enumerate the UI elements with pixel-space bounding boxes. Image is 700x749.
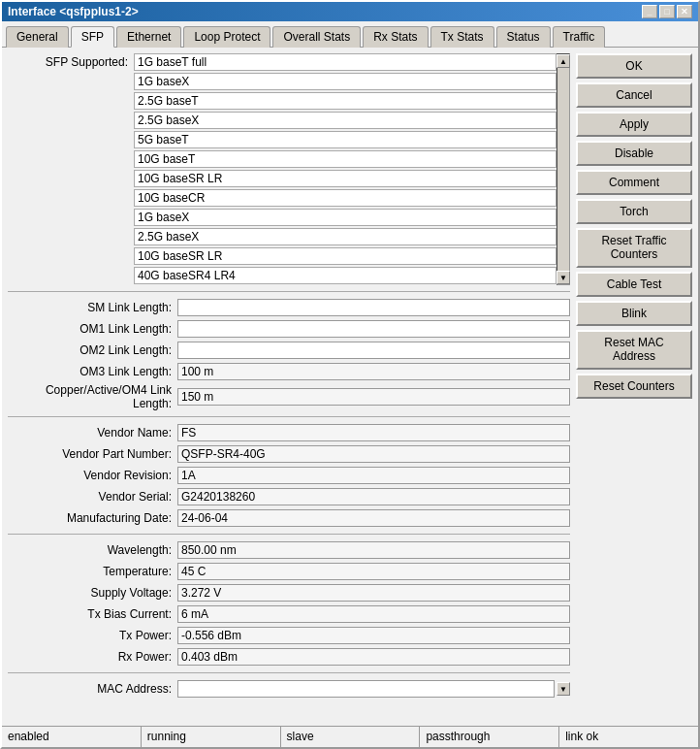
tab-loop-protect[interactable]: Loop Protect bbox=[183, 26, 270, 48]
side-buttons: OK Cancel Apply Disable Comment Torch Re… bbox=[576, 53, 692, 720]
vendor-name-label: Vendor Name: bbox=[8, 426, 177, 440]
om2-link-length-row: OM2 Link Length: bbox=[8, 341, 570, 360]
content-area: SFP Supported: 1G baseT full 1G baseX 2.… bbox=[2, 48, 698, 726]
supply-voltage-label: Supply Voltage: bbox=[8, 586, 177, 600]
vendor-serial-label: Vendor Serial: bbox=[8, 490, 177, 504]
om3-link-length-label: OM3 Link Length: bbox=[8, 365, 177, 378]
tab-rx-stats[interactable]: Rx Stats bbox=[363, 26, 428, 48]
copper-link-length-label: Copper/Active/OM4 Link Length: bbox=[8, 383, 177, 410]
maximize-button[interactable]: □ bbox=[659, 5, 675, 18]
reset-traffic-button[interactable]: Reset Traffic Counters bbox=[576, 228, 692, 268]
vendor-name-row: Vendor Name: bbox=[8, 423, 570, 442]
rx-power-row: Rx Power: bbox=[8, 647, 570, 667]
tx-power-input[interactable] bbox=[177, 627, 570, 644]
blink-button[interactable]: Blink bbox=[576, 301, 692, 326]
list-item: 10G baseT bbox=[134, 150, 557, 168]
main-panel: SFP Supported: 1G baseT full 1G baseX 2.… bbox=[8, 53, 570, 720]
tab-general[interactable]: General bbox=[6, 26, 69, 48]
vendor-name-input[interactable] bbox=[177, 424, 570, 441]
mac-scroll-button[interactable]: ▼ bbox=[557, 682, 570, 696]
comment-button[interactable]: Comment bbox=[576, 170, 692, 195]
copper-link-length-input[interactable] bbox=[177, 388, 570, 406]
list-item: 5G baseT bbox=[134, 131, 557, 148]
tx-bias-input[interactable] bbox=[177, 605, 570, 623]
rx-power-label: Rx Power: bbox=[8, 650, 177, 664]
tx-bias-row: Tx Bias Current: bbox=[8, 604, 570, 624]
status-enabled: enabled bbox=[2, 727, 142, 747]
vendor-revision-row: Vendor Revision: bbox=[8, 466, 570, 485]
om1-link-length-input[interactable] bbox=[177, 320, 570, 338]
sm-link-length-input[interactable] bbox=[177, 299, 570, 316]
cable-test-button[interactable]: Cable Test bbox=[576, 272, 692, 297]
scroll-up-button[interactable]: ▲ bbox=[557, 54, 570, 68]
title-bar-buttons: _ □ ✕ bbox=[642, 5, 692, 18]
list-item: 40G baseSR4 LR4 bbox=[134, 267, 557, 284]
divider-4 bbox=[8, 672, 570, 673]
supply-voltage-input[interactable] bbox=[177, 584, 570, 602]
om1-link-length-row: OM1 Link Length: bbox=[8, 319, 570, 339]
list-item: 10G baseSR LR bbox=[134, 247, 557, 265]
temperature-label: Temperature: bbox=[8, 565, 177, 578]
main-window: Interface <qsfpplus1-2> _ □ ✕ General SF… bbox=[0, 0, 700, 749]
vendor-revision-label: Vendor Revision: bbox=[8, 469, 177, 482]
minimize-button[interactable]: _ bbox=[642, 5, 657, 18]
mfg-date-input[interactable] bbox=[177, 509, 570, 527]
tab-ethernet[interactable]: Ethernet bbox=[116, 26, 181, 48]
supported-items-list: 1G baseT full 1G baseX 2.5G baseT 2.5G b… bbox=[134, 53, 557, 285]
status-running: running bbox=[142, 727, 281, 747]
divider-2 bbox=[8, 416, 570, 417]
om2-link-length-input[interactable] bbox=[177, 342, 570, 359]
vendor-serial-input[interactable] bbox=[177, 488, 570, 505]
wavelength-input[interactable] bbox=[177, 541, 570, 559]
tab-bar: General SFP Ethernet Loop Protect Overal… bbox=[2, 21, 698, 48]
list-item: 2.5G baseT bbox=[134, 92, 557, 110]
vendor-part-label: Vendor Part Number: bbox=[8, 447, 177, 461]
mac-address-input[interactable] bbox=[177, 680, 555, 698]
om3-link-length-row: OM3 Link Length: bbox=[8, 362, 570, 381]
reset-mac-button[interactable]: Reset MAC Address bbox=[576, 330, 692, 370]
status-bar: enabled running slave passthrough link o… bbox=[2, 726, 698, 747]
mac-address-row: MAC Address: ▼ bbox=[8, 679, 570, 699]
list-item: 10G baseCR bbox=[134, 189, 557, 207]
wavelength-label: Wavelength: bbox=[8, 543, 177, 557]
tab-status[interactable]: Status bbox=[496, 26, 551, 48]
mfg-date-row: Manufacturing Date: bbox=[8, 508, 570, 528]
temperature-input[interactable] bbox=[177, 563, 570, 580]
list-item: 10G baseSR LR bbox=[134, 170, 557, 187]
reset-counters-button[interactable]: Reset Counters bbox=[576, 374, 692, 399]
wavelength-row: Wavelength: bbox=[8, 540, 570, 560]
apply-button[interactable]: Apply bbox=[576, 112, 692, 137]
status-passthrough: passthrough bbox=[420, 727, 559, 747]
torch-button[interactable]: Torch bbox=[576, 199, 692, 224]
tab-sfp[interactable]: SFP bbox=[71, 26, 114, 48]
tab-traffic[interactable]: Traffic bbox=[553, 26, 606, 48]
list-item: 1G baseX bbox=[134, 73, 557, 90]
vendor-part-input[interactable] bbox=[177, 445, 570, 463]
mac-address-label: MAC Address: bbox=[8, 682, 177, 696]
cancel-button[interactable]: Cancel bbox=[576, 82, 692, 108]
disable-button[interactable]: Disable bbox=[576, 141, 692, 166]
tab-tx-stats[interactable]: Tx Stats bbox=[430, 26, 494, 48]
om3-link-length-input[interactable] bbox=[177, 363, 570, 380]
sm-link-length-row: SM Link Length: bbox=[8, 298, 570, 317]
mfg-date-label: Manufacturing Date: bbox=[8, 511, 177, 525]
status-link-ok: link ok bbox=[559, 727, 698, 747]
rx-power-input[interactable] bbox=[177, 648, 570, 666]
tx-power-label: Tx Power: bbox=[8, 629, 177, 642]
om1-link-length-label: OM1 Link Length: bbox=[8, 322, 177, 336]
list-item: 2.5G baseX bbox=[134, 112, 557, 129]
sfp-supported-label: SFP Supported: bbox=[8, 53, 134, 285]
list-item: 1G baseX bbox=[134, 209, 557, 226]
vendor-revision-input[interactable] bbox=[177, 467, 570, 484]
supply-voltage-row: Supply Voltage: bbox=[8, 583, 570, 602]
ok-button[interactable]: OK bbox=[576, 53, 692, 79]
vendor-part-row: Vendor Part Number: bbox=[8, 444, 570, 464]
title-bar: Interface <qsfpplus1-2> _ □ ✕ bbox=[2, 2, 698, 21]
sfp-supported-section: SFP Supported: 1G baseT full 1G baseX 2.… bbox=[8, 53, 570, 285]
close-button[interactable]: ✕ bbox=[677, 5, 692, 18]
list-item: 2.5G baseX bbox=[134, 228, 557, 245]
scrollbar[interactable]: ▲ ▼ bbox=[557, 53, 570, 285]
divider-1 bbox=[8, 291, 570, 292]
scroll-down-button[interactable]: ▼ bbox=[557, 271, 570, 284]
tab-overall-stats[interactable]: Overall Stats bbox=[272, 26, 361, 48]
